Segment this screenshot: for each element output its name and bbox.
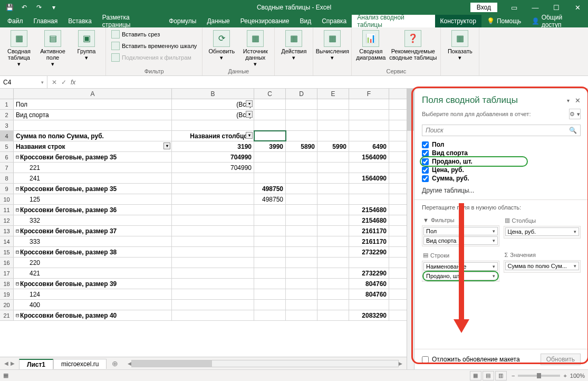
values-dropzone[interactable]: Сумма по полю Сум...▾	[504, 260, 581, 273]
maximize-icon[interactable]: ☐	[546, 0, 567, 15]
cell[interactable]: ⊟Кроссовки беговые, размер 38	[14, 247, 172, 257]
cell[interactable]	[254, 300, 286, 310]
calc-button[interactable]: ▦Вычисления▾	[316, 29, 348, 61]
filter-dropdown-icon[interactable]: ▾	[246, 111, 253, 118]
row-header[interactable]: 20	[0, 300, 14, 310]
cell[interactable]	[172, 120, 254, 130]
pivot-table-button[interactable]: ▦Сводная таблица▾	[3, 29, 35, 67]
cell[interactable]: 498750	[254, 184, 286, 194]
data-source-button[interactable]: ▦Источник данных▾	[239, 29, 271, 67]
field-pill[interactable]: Сумма по полю Сум...▾	[505, 262, 580, 270]
cell[interactable]	[317, 110, 349, 120]
cell[interactable]	[254, 152, 286, 162]
cell[interactable]	[349, 120, 389, 130]
cell[interactable]	[286, 205, 317, 215]
cell[interactable]: ⊟Кроссовки беговые, размер 39	[14, 279, 172, 289]
row-header[interactable]: 18	[0, 279, 14, 289]
tab-data[interactable]: Данные	[201, 15, 235, 27]
field-checkbox[interactable]	[422, 167, 429, 174]
zoom-out-icon[interactable]: −	[512, 373, 515, 379]
cell[interactable]: 2154680	[349, 215, 389, 225]
cell[interactable]	[254, 258, 286, 268]
cell[interactable]	[254, 268, 286, 278]
qat-more-icon[interactable]: ▾	[47, 1, 60, 14]
cell[interactable]	[286, 173, 317, 183]
cell[interactable]	[286, 247, 317, 257]
insert-timeline-button[interactable]: Вставить временную шкалу	[109, 41, 199, 51]
row-header[interactable]: 13	[0, 226, 14, 236]
cell[interactable]	[349, 300, 389, 310]
cell[interactable]	[286, 300, 317, 310]
tab-page-layout[interactable]: Разметка страницы	[97, 15, 163, 27]
field-pill[interactable]: Вид спорта▾	[423, 236, 498, 245]
cell[interactable]	[254, 215, 286, 225]
cell[interactable]	[286, 268, 317, 278]
cell[interactable]	[286, 215, 317, 225]
cell[interactable]: ⊟Кроссовки беговые, размер 37	[14, 226, 172, 236]
cell[interactable]	[254, 310, 286, 320]
cell[interactable]	[172, 194, 254, 204]
cell[interactable]	[286, 120, 317, 130]
cell[interactable]	[317, 205, 349, 215]
cell[interactable]: 2154680	[349, 205, 389, 215]
formula-input[interactable]	[80, 76, 588, 88]
close-icon[interactable]: ✕	[567, 0, 588, 15]
cell[interactable]: 704990	[172, 152, 254, 162]
row-header[interactable]: 11	[0, 205, 14, 215]
cell[interactable]: 124	[14, 289, 172, 299]
field-pill[interactable]: Пол▾	[423, 227, 498, 235]
cell[interactable]	[317, 184, 349, 194]
field-pill[interactable]: Цена, руб.▾	[505, 227, 580, 236]
row-header[interactable]: 10	[0, 194, 14, 204]
row-header[interactable]: 15	[0, 247, 14, 257]
row-header[interactable]: 1	[0, 99, 14, 109]
cell[interactable]: 3190	[172, 141, 254, 151]
insert-slicer-button[interactable]: Вставить срез	[109, 29, 199, 40]
cell[interactable]: 400	[14, 300, 172, 310]
field-checkbox[interactable]	[422, 175, 429, 182]
fx-icon[interactable]: fx	[71, 79, 80, 86]
cell[interactable]	[172, 215, 254, 225]
tab-home[interactable]: Главная	[28, 15, 63, 27]
recommended-pivot-button[interactable]: ❓Рекомендуемые сводные таблицы	[389, 29, 437, 61]
cell[interactable]	[317, 194, 349, 204]
tab-design[interactable]: Конструктор	[435, 15, 481, 27]
cell[interactable]	[172, 310, 254, 320]
sheet-tab[interactable]: microexcel.ru	[53, 359, 107, 369]
cell[interactable]	[317, 258, 349, 268]
cell[interactable]: ⊟Кроссовки беговые, размер 35	[14, 152, 172, 162]
cell[interactable]: 220	[14, 258, 172, 268]
cell[interactable]	[317, 163, 349, 173]
field-pill[interactable]: Наименование▾	[423, 262, 498, 271]
cell[interactable]: (Все)▾	[172, 110, 254, 120]
tab-tellme[interactable]: 💡Помощь	[481, 15, 526, 27]
signin-button[interactable]: Вход	[470, 3, 497, 12]
row-header[interactable]: 2	[0, 110, 14, 120]
cell[interactable]: ⊟Кроссовки беговые, размер 36	[14, 205, 172, 215]
cell[interactable]: ⊟Кроссовки беговые, размер 40	[14, 310, 172, 320]
cell[interactable]: 5890	[286, 141, 317, 151]
cell[interactable]	[254, 163, 286, 173]
cell[interactable]: Пол	[14, 99, 172, 109]
cell[interactable]	[254, 110, 286, 120]
cell[interactable]: Названия строк▾	[14, 141, 172, 151]
tab-review[interactable]: Рецензирование	[235, 15, 295, 27]
cell[interactable]	[254, 131, 286, 141]
cell[interactable]	[286, 258, 317, 268]
save-icon[interactable]: 💾	[3, 1, 16, 14]
cell[interactable]	[172, 173, 254, 183]
row-header[interactable]: 12	[0, 215, 14, 225]
field-item[interactable]: Цена, руб.	[422, 166, 581, 174]
cell[interactable]: 804760	[349, 279, 389, 289]
row-header[interactable]: 16	[0, 258, 14, 268]
zoom-level[interactable]: 100%	[570, 373, 585, 379]
cell[interactable]	[172, 205, 254, 215]
cell[interactable]: 2083290	[349, 310, 389, 320]
cell[interactable]	[172, 279, 254, 289]
tab-formulas[interactable]: Формулы	[163, 15, 201, 27]
cell[interactable]	[254, 226, 286, 236]
filters-dropzone[interactable]: Пол▾Вид спорта▾	[422, 225, 499, 246]
cell[interactable]	[317, 279, 349, 289]
select-all-button[interactable]	[0, 89, 14, 99]
zoom-in-icon[interactable]: +	[563, 373, 566, 379]
